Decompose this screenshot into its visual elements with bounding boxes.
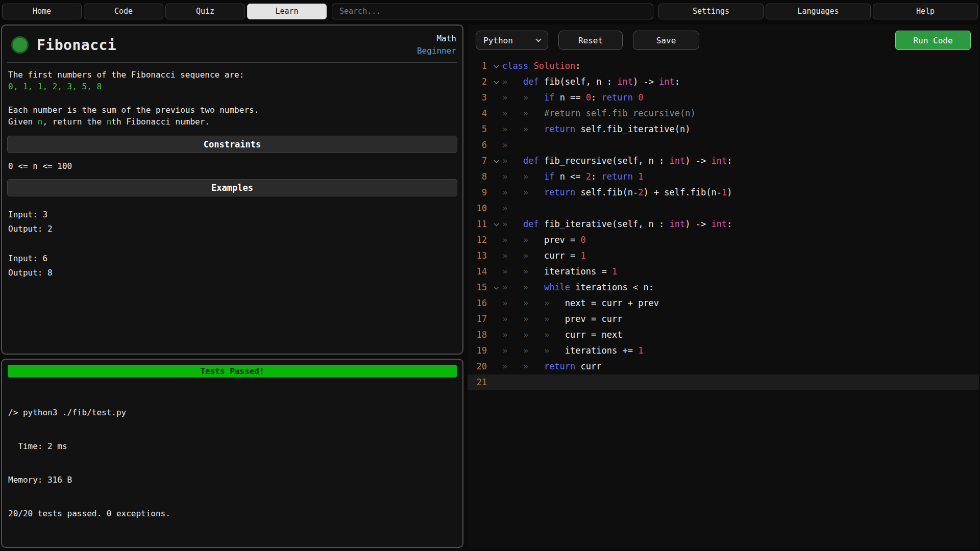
code-line[interactable]: 15» » while iterations < n:	[468, 280, 979, 295]
fold-chevron-icon[interactable]	[490, 287, 502, 289]
examples-list: Input: 3 Output: 2 Input: 6 Output: 8	[7, 204, 457, 295]
tests-panel: Tests Passed! /> python3 ./fib/test.py T…	[1, 359, 463, 548]
code-line[interactable]: 14» » iterations = 1	[468, 264, 979, 280]
editor-toolbar: Python Reset Save Run Code	[468, 24, 979, 55]
language-select[interactable]: Python	[476, 31, 548, 50]
code-line[interactable]: 5» » return self.fib_iterative(n)	[468, 121, 979, 137]
code-text: » » while iterations < n:	[502, 280, 979, 295]
line-number: 21	[468, 374, 490, 390]
language-select-value: Python	[483, 36, 513, 45]
top-nav: Home Code Quiz Learn Settings Languages …	[0, 0, 980, 22]
problem-panel: Fibonacci Math Beginner The first number…	[1, 24, 463, 355]
code-text: »	[502, 201, 979, 216]
line-number: 8	[468, 169, 490, 185]
editor-lines: 1class Solution:2» def fib(self, n : int…	[468, 58, 979, 390]
code-line[interactable]: 11» def fib_iterative(self, n : int) -> …	[468, 216, 979, 232]
code-line[interactable]: 19» » » iterations += 1	[468, 343, 979, 359]
nav-tab-home[interactable]: Home	[2, 4, 82, 19]
example-output: Output: 2	[8, 222, 456, 236]
code-text: » » curr = 1	[502, 248, 979, 264]
example-output: Output: 8	[8, 266, 456, 280]
code-line[interactable]: 8» » if n <= 2: return 1	[468, 169, 979, 185]
console-line: Memory: 316 B	[8, 474, 457, 486]
desc-line: Each number is the sum of the previous t…	[8, 104, 456, 116]
code-line[interactable]: 16» » » next = curr + prev	[468, 295, 979, 311]
problem-difficulty[interactable]: Beginner	[417, 45, 456, 57]
fold-chevron-icon[interactable]	[490, 65, 502, 67]
line-number: 10	[468, 201, 490, 216]
editor-panel: Python Reset Save Run Code 1class Soluti…	[468, 24, 979, 548]
code-line[interactable]: 3» » if n == 0: return 0	[468, 90, 979, 106]
code-line[interactable]: 20» » return curr	[468, 359, 979, 374]
code-line[interactable]: 13» » curr = 1	[468, 248, 979, 264]
reset-button[interactable]: Reset	[558, 31, 623, 50]
line-number: 2	[468, 74, 490, 90]
line-number: 5	[468, 121, 490, 137]
examples-header: Examples	[7, 179, 457, 196]
example-input: Input: 3	[8, 208, 456, 222]
line-number: 15	[468, 280, 490, 295]
code-line[interactable]: 21	[468, 374, 979, 390]
line-number: 16	[468, 295, 490, 311]
intro-line: The first numbers of the Fibonacci seque…	[8, 69, 456, 81]
code-line[interactable]: 17» » » prev = curr	[468, 311, 979, 327]
line-number: 20	[468, 359, 490, 374]
sequence-line: 0, 1, 1, 2, 3, 5, 8	[8, 81, 456, 92]
code-text: » def fib_iterative(self, n : int) -> in…	[502, 216, 979, 232]
example-input: Input: 6	[8, 252, 456, 266]
fold-chevron-icon[interactable]	[490, 81, 502, 83]
code-text: » » prev = 0	[502, 232, 979, 248]
code-text: » » » curr = next	[502, 327, 979, 343]
app-root: Home Code Quiz Learn Settings Languages …	[0, 0, 980, 551]
code-line[interactable]: 6»	[468, 137, 979, 153]
nav-tab-quiz[interactable]: Quiz	[165, 4, 245, 19]
line-number: 14	[468, 264, 490, 280]
line-number: 7	[468, 153, 490, 169]
console-line: 20/20 tests passed. 0 exceptions.	[8, 508, 457, 519]
code-line[interactable]: 12» » prev = 0	[468, 232, 979, 248]
nav-tab-settings[interactable]: Settings	[658, 4, 764, 19]
nav-tab-help[interactable]: Help	[873, 4, 978, 19]
code-text: class Solution:	[502, 58, 979, 74]
fold-chevron-icon[interactable]	[490, 223, 502, 226]
nav-tab-code[interactable]: Code	[84, 4, 163, 19]
code-text: » » if n == 0: return 0	[502, 90, 979, 106]
code-line[interactable]: 2» def fib(self, n : int) -> int:	[468, 74, 979, 90]
console-line: Time: 2 ms	[8, 441, 457, 452]
given-line: Given n, return the nth Fibonacci number…	[8, 116, 456, 128]
code-editor[interactable]: 1class Solution:2» def fib(self, n : int…	[468, 55, 979, 548]
code-line[interactable]: 4» » #return self.fib_recursive(n)	[468, 106, 979, 121]
code-text: » » » prev = curr	[502, 311, 979, 327]
code-text: » » return curr	[502, 359, 979, 374]
problem-header: Fibonacci Math Beginner	[7, 31, 457, 63]
console-line: /> python3 ./fib/test.py	[8, 407, 457, 418]
code-line[interactable]: 18» » » curr = next	[468, 327, 979, 343]
line-number: 13	[468, 248, 490, 264]
problem-meta: Math Beginner	[417, 33, 456, 57]
left-column: Fibonacci Math Beginner The first number…	[1, 24, 463, 548]
code-text: » » » iterations += 1	[502, 343, 979, 359]
nav-tab-languages[interactable]: Languages	[766, 4, 871, 19]
nav-tab-learn[interactable]: Learn	[247, 4, 327, 19]
line-number: 18	[468, 327, 490, 343]
code-line[interactable]: 10»	[468, 201, 979, 216]
line-number: 17	[468, 311, 490, 327]
code-line[interactable]: 9» » return self.fib(n-2) + self.fib(n-1…	[468, 185, 979, 201]
search-input[interactable]	[332, 4, 653, 19]
code-line[interactable]: 1class Solution:	[468, 58, 979, 74]
run-code-button[interactable]: Run Code	[895, 31, 971, 50]
code-text: »	[502, 137, 979, 153]
main-area: Fibonacci Math Beginner The first number…	[0, 22, 980, 551]
line-number: 19	[468, 343, 490, 359]
fold-chevron-icon[interactable]	[490, 160, 502, 162]
save-button[interactable]: Save	[633, 31, 699, 50]
code-text: » » return self.fib(n-2) + self.fib(n-1)	[502, 185, 979, 201]
line-number: 9	[468, 185, 490, 201]
example-2: Input: 6 Output: 8	[8, 252, 456, 280]
line-number: 3	[468, 90, 490, 106]
line-number: 4	[468, 106, 490, 121]
problem-category: Math	[417, 33, 456, 45]
spacer	[8, 92, 456, 104]
code-line[interactable]: 7» def fib_recursive(self, n : int) -> i…	[468, 153, 979, 169]
constraint-text: 0 <= n <= 100	[7, 160, 457, 171]
